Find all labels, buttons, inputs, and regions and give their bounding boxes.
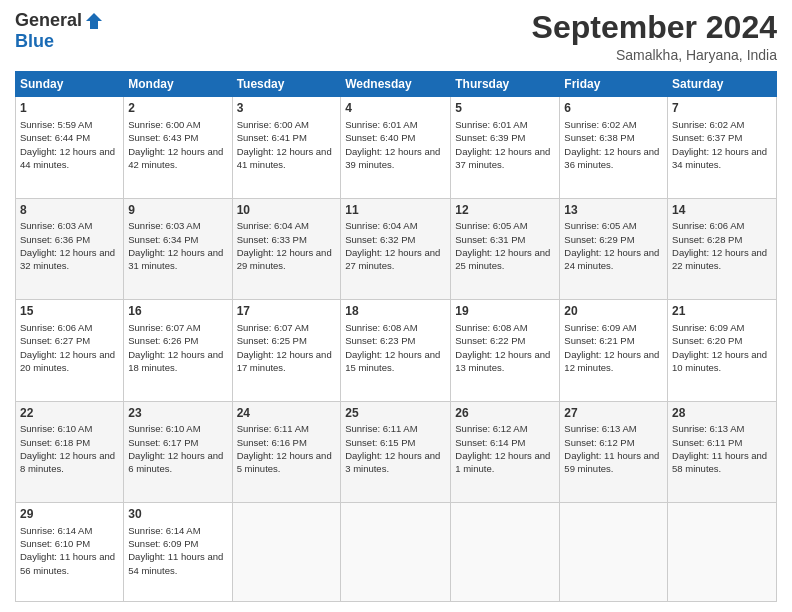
sunrise-text: Sunrise: 6:13 AM — [564, 423, 636, 434]
sunset-text: Sunset: 6:25 PM — [237, 335, 307, 346]
sunrise-text: Sunrise: 6:04 AM — [345, 220, 417, 231]
calendar-cell — [341, 503, 451, 602]
day-number: 24 — [237, 405, 337, 422]
day-number: 15 — [20, 303, 119, 320]
day-number: 10 — [237, 202, 337, 219]
sunset-text: Sunset: 6:10 PM — [20, 538, 90, 549]
sunset-text: Sunset: 6:41 PM — [237, 132, 307, 143]
day-number: 19 — [455, 303, 555, 320]
day-number: 17 — [237, 303, 337, 320]
sunset-text: Sunset: 6:17 PM — [128, 437, 198, 448]
sunrise-text: Sunrise: 6:05 AM — [564, 220, 636, 231]
calendar-cell: 3Sunrise: 6:00 AMSunset: 6:41 PMDaylight… — [232, 97, 341, 198]
day-number: 13 — [564, 202, 663, 219]
daylight-text: Daylight: 12 hours and 27 minutes. — [345, 247, 440, 271]
sunrise-text: Sunrise: 6:10 AM — [128, 423, 200, 434]
calendar-cell: 6Sunrise: 6:02 AMSunset: 6:38 PMDaylight… — [560, 97, 668, 198]
daylight-text: Daylight: 12 hours and 44 minutes. — [20, 146, 115, 170]
calendar-cell: 5Sunrise: 6:01 AMSunset: 6:39 PMDaylight… — [451, 97, 560, 198]
svg-marker-0 — [86, 13, 102, 29]
daylight-text: Daylight: 12 hours and 17 minutes. — [237, 349, 332, 373]
daylight-text: Daylight: 12 hours and 5 minutes. — [237, 450, 332, 474]
daylight-text: Daylight: 12 hours and 31 minutes. — [128, 247, 223, 271]
calendar-cell: 25Sunrise: 6:11 AMSunset: 6:15 PMDayligh… — [341, 401, 451, 502]
daylight-text: Daylight: 12 hours and 39 minutes. — [345, 146, 440, 170]
calendar-cell: 28Sunrise: 6:13 AMSunset: 6:11 PMDayligh… — [668, 401, 777, 502]
daylight-text: Daylight: 12 hours and 42 minutes. — [128, 146, 223, 170]
day-number: 16 — [128, 303, 227, 320]
daylight-text: Daylight: 12 hours and 41 minutes. — [237, 146, 332, 170]
sunrise-text: Sunrise: 6:06 AM — [20, 322, 92, 333]
calendar-cell: 23Sunrise: 6:10 AMSunset: 6:17 PMDayligh… — [124, 401, 232, 502]
sunrise-text: Sunrise: 6:03 AM — [20, 220, 92, 231]
sunset-text: Sunset: 6:36 PM — [20, 234, 90, 245]
calendar-cell: 22Sunrise: 6:10 AMSunset: 6:18 PMDayligh… — [16, 401, 124, 502]
day-number: 2 — [128, 100, 227, 117]
day-number: 7 — [672, 100, 772, 117]
sunset-text: Sunset: 6:11 PM — [672, 437, 742, 448]
daylight-text: Daylight: 12 hours and 8 minutes. — [20, 450, 115, 474]
logo: General Blue — [15, 10, 104, 52]
day-number: 8 — [20, 202, 119, 219]
calendar-cell: 29Sunrise: 6:14 AMSunset: 6:10 PMDayligh… — [16, 503, 124, 602]
sunset-text: Sunset: 6:34 PM — [128, 234, 198, 245]
sunrise-text: Sunrise: 6:05 AM — [455, 220, 527, 231]
daylight-text: Daylight: 11 hours and 56 minutes. — [20, 551, 115, 575]
day-number: 29 — [20, 506, 119, 523]
sunrise-text: Sunrise: 6:09 AM — [564, 322, 636, 333]
sunrise-text: Sunrise: 6:13 AM — [672, 423, 744, 434]
day-number: 30 — [128, 506, 227, 523]
sunset-text: Sunset: 6:21 PM — [564, 335, 634, 346]
sunrise-text: Sunrise: 6:07 AM — [128, 322, 200, 333]
calendar-header-row: Sunday Monday Tuesday Wednesday Thursday… — [16, 72, 777, 97]
day-number: 12 — [455, 202, 555, 219]
logo-blue-text: Blue — [15, 31, 54, 52]
sunrise-text: Sunrise: 6:06 AM — [672, 220, 744, 231]
calendar-cell: 18Sunrise: 6:08 AMSunset: 6:23 PMDayligh… — [341, 300, 451, 401]
day-number: 28 — [672, 405, 772, 422]
sunrise-text: Sunrise: 6:04 AM — [237, 220, 309, 231]
header-wednesday: Wednesday — [341, 72, 451, 97]
header-thursday: Thursday — [451, 72, 560, 97]
calendar-cell: 15Sunrise: 6:06 AMSunset: 6:27 PMDayligh… — [16, 300, 124, 401]
sunrise-text: Sunrise: 6:07 AM — [237, 322, 309, 333]
sunrise-text: Sunrise: 6:01 AM — [455, 119, 527, 130]
sunset-text: Sunset: 6:16 PM — [237, 437, 307, 448]
calendar: Sunday Monday Tuesday Wednesday Thursday… — [15, 71, 777, 602]
sunrise-text: Sunrise: 6:00 AM — [237, 119, 309, 130]
day-number: 11 — [345, 202, 446, 219]
calendar-cell: 26Sunrise: 6:12 AMSunset: 6:14 PMDayligh… — [451, 401, 560, 502]
sunset-text: Sunset: 6:09 PM — [128, 538, 198, 549]
daylight-text: Daylight: 12 hours and 24 minutes. — [564, 247, 659, 271]
day-number: 4 — [345, 100, 446, 117]
day-number: 27 — [564, 405, 663, 422]
sunset-text: Sunset: 6:23 PM — [345, 335, 415, 346]
header-saturday: Saturday — [668, 72, 777, 97]
daylight-text: Daylight: 12 hours and 15 minutes. — [345, 349, 440, 373]
daylight-text: Daylight: 12 hours and 32 minutes. — [20, 247, 115, 271]
sunset-text: Sunset: 6:12 PM — [564, 437, 634, 448]
daylight-text: Daylight: 11 hours and 58 minutes. — [672, 450, 767, 474]
sunrise-text: Sunrise: 6:08 AM — [455, 322, 527, 333]
calendar-cell: 2Sunrise: 6:00 AMSunset: 6:43 PMDaylight… — [124, 97, 232, 198]
daylight-text: Daylight: 12 hours and 12 minutes. — [564, 349, 659, 373]
sunrise-text: Sunrise: 6:14 AM — [128, 525, 200, 536]
sunset-text: Sunset: 6:28 PM — [672, 234, 742, 245]
calendar-cell: 30Sunrise: 6:14 AMSunset: 6:09 PMDayligh… — [124, 503, 232, 602]
sunset-text: Sunset: 6:37 PM — [672, 132, 742, 143]
day-number: 5 — [455, 100, 555, 117]
calendar-cell: 14Sunrise: 6:06 AMSunset: 6:28 PMDayligh… — [668, 198, 777, 299]
day-number: 26 — [455, 405, 555, 422]
sunset-text: Sunset: 6:15 PM — [345, 437, 415, 448]
calendar-cell: 17Sunrise: 6:07 AMSunset: 6:25 PMDayligh… — [232, 300, 341, 401]
calendar-cell — [560, 503, 668, 602]
calendar-cell: 8Sunrise: 6:03 AMSunset: 6:36 PMDaylight… — [16, 198, 124, 299]
sunrise-text: Sunrise: 5:59 AM — [20, 119, 92, 130]
calendar-cell: 11Sunrise: 6:04 AMSunset: 6:32 PMDayligh… — [341, 198, 451, 299]
calendar-cell: 12Sunrise: 6:05 AMSunset: 6:31 PMDayligh… — [451, 198, 560, 299]
sunset-text: Sunset: 6:18 PM — [20, 437, 90, 448]
header-monday: Monday — [124, 72, 232, 97]
day-number: 9 — [128, 202, 227, 219]
sunset-text: Sunset: 6:32 PM — [345, 234, 415, 245]
logo-icon — [84, 11, 104, 31]
